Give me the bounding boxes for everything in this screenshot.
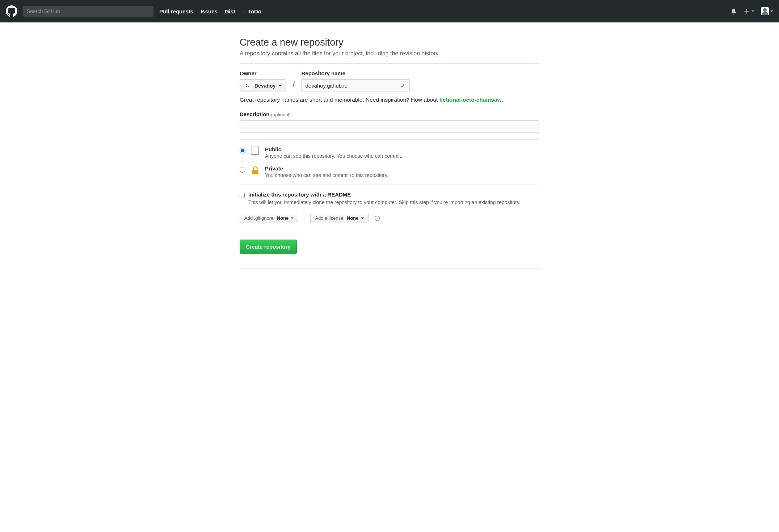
svg-rect-2 <box>246 86 248 87</box>
page-title: Create a new repository <box>240 37 539 48</box>
hint-suffix: . <box>502 97 503 103</box>
repo-name-suggestion[interactable]: fictional-octo-chainsaw <box>439 97 501 103</box>
init-readme-desc: This will let you immediately clone the … <box>248 199 521 206</box>
create-repository-button[interactable]: Create repository <box>240 240 297 254</box>
header-right <box>730 7 773 15</box>
owner-label: Owner <box>240 70 286 76</box>
page-subhead: A repository contains all the files for … <box>240 50 539 57</box>
visibility-private-text: Private You choose who can see and commi… <box>265 165 388 178</box>
nav-todo[interactable]: ToDo <box>243 8 261 14</box>
owner-repo-separator: / <box>292 80 295 92</box>
search-input[interactable] <box>23 6 153 17</box>
visibility-private-radio[interactable] <box>240 167 245 173</box>
gitignore-prefix: Add .gitignore: <box>244 215 275 221</box>
visibility-public-radio[interactable] <box>240 148 245 153</box>
plus-icon <box>744 8 750 14</box>
notifications-bell-icon[interactable] <box>730 8 737 14</box>
visibility-public-title: Public <box>265 146 403 152</box>
owner-avatar-icon <box>244 82 252 89</box>
repo-name-label: Repository name <box>301 70 410 76</box>
visibility-private-desc: You choose who can see and commit to thi… <box>265 172 388 178</box>
visibility-public-text: Public Anyone can see this repository. Y… <box>265 146 403 159</box>
repo-name-input[interactable] <box>301 79 410 92</box>
nav-issues[interactable]: Issues <box>201 8 218 14</box>
svg-point-6 <box>252 149 252 150</box>
avatar <box>761 7 769 15</box>
caret-down-icon <box>770 10 773 12</box>
license-value: None <box>347 215 359 221</box>
header-left: Pull requests Issues Gist ToDo <box>6 5 730 17</box>
description-optional: (optional) <box>271 112 291 117</box>
init-readme-row: Initialize this repository with a README… <box>240 191 539 206</box>
svg-rect-0 <box>246 84 248 85</box>
description-label-text: Description <box>240 111 270 117</box>
divider <box>240 185 539 185</box>
divider <box>240 139 539 140</box>
svg-point-11 <box>377 217 377 217</box>
init-readme-text: Initialize this repository with a README… <box>248 191 521 206</box>
github-logo-icon[interactable] <box>6 5 17 17</box>
caret-down-icon <box>361 218 364 219</box>
divider <box>240 233 539 233</box>
init-readme-title: Initialize this repository with a README <box>248 191 521 198</box>
visibility-public-row: Public Anyone can see this repository. Y… <box>240 146 539 159</box>
visibility-private-title: Private <box>265 165 388 172</box>
license-select[interactable]: Add a license: None <box>310 213 368 223</box>
divider <box>240 268 539 269</box>
gitignore-value: None <box>277 215 289 221</box>
main-container: Create a new repository A repository con… <box>234 22 545 297</box>
hint-text: Great repository names are short and mem… <box>240 97 439 103</box>
lock-icon <box>250 165 261 176</box>
user-menu[interactable] <box>761 7 773 15</box>
svg-point-7 <box>252 150 252 151</box>
owner-field: Owner Devahoy <box>240 70 286 92</box>
caret-down-icon <box>751 10 754 12</box>
repo-name-hint: Great repository names are short and mem… <box>240 97 539 103</box>
info-icon[interactable] <box>374 215 380 221</box>
owner-name: Devahoy <box>254 83 275 89</box>
owner-repo-row: Owner Devahoy / Repository name ✓ <box>240 70 539 92</box>
visibility-private-row: Private You choose who can see and commi… <box>240 165 539 178</box>
repo-icon <box>250 146 261 156</box>
svg-rect-1 <box>248 86 249 87</box>
nav-pull-requests[interactable]: Pull requests <box>159 8 193 14</box>
owner-select[interactable]: Devahoy <box>240 79 286 92</box>
nav-gist[interactable]: Gist <box>225 8 235 14</box>
visibility-public-desc: Anyone can see this repository. You choo… <box>265 153 403 159</box>
license-prefix: Add a license: <box>315 215 345 221</box>
gitignore-select[interactable]: Add .gitignore: None <box>240 213 298 223</box>
gitignore-license-row: Add .gitignore: None Add a license: None <box>240 213 539 223</box>
description-label: Description (optional) <box>240 111 539 117</box>
caret-down-icon <box>291 218 294 219</box>
svg-rect-8 <box>252 170 258 174</box>
description-field: Description (optional) <box>240 111 539 133</box>
create-new-menu[interactable] <box>744 8 754 14</box>
check-icon: ✓ <box>400 82 405 89</box>
caret-down-icon <box>278 85 281 86</box>
description-input[interactable] <box>240 120 539 133</box>
vertical-separator <box>304 214 304 223</box>
repo-name-field: Repository name ✓ <box>301 70 410 92</box>
global-header: Pull requests Issues Gist ToDo <box>0 0 779 22</box>
init-readme-checkbox[interactable] <box>240 193 245 198</box>
divider <box>240 63 539 64</box>
svg-point-5 <box>252 148 252 148</box>
nav-links: Pull requests Issues Gist ToDo <box>159 8 261 14</box>
